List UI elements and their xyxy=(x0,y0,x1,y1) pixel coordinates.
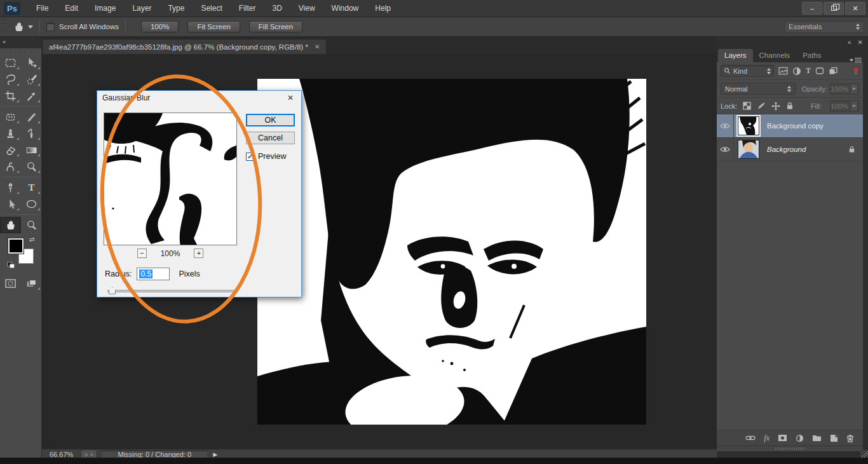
quick-mask-button[interactable] xyxy=(0,275,21,292)
delete-layer-icon[interactable] xyxy=(846,434,854,442)
scroll-all-windows-option[interactable]: Scroll All Windows xyxy=(46,23,119,31)
collapse-dock-icon[interactable]: « xyxy=(848,39,851,46)
type-tool[interactable]: T xyxy=(21,179,42,196)
dodge-tool[interactable] xyxy=(21,158,42,175)
panel-menu-icon[interactable] xyxy=(850,58,862,62)
move-tool[interactable] xyxy=(21,55,42,71)
menu-filter[interactable]: Filter xyxy=(231,0,264,17)
crop-tool[interactable] xyxy=(0,88,21,104)
tab-layers[interactable]: Layers xyxy=(718,49,753,62)
preview-option[interactable]: ✓ Preview xyxy=(246,152,286,161)
lock-position-icon[interactable] xyxy=(771,102,780,111)
spot-healing-brush-tool[interactable] xyxy=(0,109,21,125)
tab-channels[interactable]: Channels xyxy=(753,49,797,62)
gaussian-blur-dialog[interactable]: Gaussian Blur ✕ − 100% + Radius: 0.5 Pix… xyxy=(97,90,302,297)
zoom-tool[interactable] xyxy=(21,217,42,233)
layer-row-background-copy[interactable]: Background copy xyxy=(717,114,863,138)
ellipse-shape-tool[interactable] xyxy=(21,196,42,212)
menu-layer[interactable]: Layer xyxy=(124,0,159,17)
menu-help[interactable]: Help xyxy=(367,0,399,17)
status-expand-icon[interactable]: ▶ xyxy=(213,451,217,458)
close-button[interactable]: ✕ xyxy=(845,2,865,15)
window-resize-grip[interactable] xyxy=(860,450,868,458)
filter-pixel-layers-icon[interactable] xyxy=(778,67,788,75)
screen-mode-button[interactable] xyxy=(21,275,42,292)
workspace-switcher[interactable]: Essentials xyxy=(784,21,864,33)
document-tab[interactable]: af4ea2777b97ae293f0af98cb35128fa.jpg @ 6… xyxy=(42,39,327,54)
new-layer-icon[interactable] xyxy=(830,434,838,442)
tools-panel-grip[interactable] xyxy=(14,50,28,53)
eraser-tool[interactable] xyxy=(0,142,21,158)
slider-thumb[interactable] xyxy=(109,287,116,294)
menu-3d[interactable]: 3D xyxy=(264,0,290,17)
scroll-all-windows-checkbox[interactable] xyxy=(46,23,55,31)
clone-stamp-tool[interactable] xyxy=(0,125,21,142)
lock-transparency-icon[interactable] xyxy=(743,102,751,110)
menu-window[interactable]: Window xyxy=(323,0,367,17)
lasso-tool[interactable] xyxy=(0,71,21,88)
panel-resize-grip[interactable] xyxy=(717,446,863,451)
layer-style-icon[interactable]: fx xyxy=(764,433,770,443)
fit-screen-button[interactable]: Fit Screen xyxy=(187,21,240,32)
options-bar-grip[interactable] xyxy=(1,19,6,34)
lock-all-icon[interactable] xyxy=(786,102,794,110)
layer-mask-icon[interactable] xyxy=(778,434,787,442)
preview-zoom-in-button[interactable]: + xyxy=(194,249,203,258)
document-canvas[interactable] xyxy=(257,79,646,425)
preview-checkbox[interactable]: ✓ xyxy=(246,153,254,161)
adjustment-layer-icon[interactable] xyxy=(796,434,804,442)
eye-icon[interactable] xyxy=(720,146,730,153)
visibility-cell[interactable] xyxy=(717,114,734,137)
quick-selection-tool[interactable] xyxy=(21,71,42,88)
zoom-level-field[interactable]: 66.67% xyxy=(50,451,73,458)
preview-zoom-out-button[interactable]: − xyxy=(137,249,147,258)
filter-smart-objects-icon[interactable] xyxy=(829,67,837,75)
foreground-color-swatch[interactable] xyxy=(8,238,24,254)
radius-slider[interactable] xyxy=(107,287,237,295)
ok-button[interactable]: OK xyxy=(246,114,295,126)
restore-button[interactable] xyxy=(824,2,844,15)
path-selection-tool[interactable] xyxy=(0,196,21,212)
menu-image[interactable]: Image xyxy=(86,0,124,17)
layer-row-background[interactable]: Background xyxy=(717,138,863,161)
hand-tool-selected[interactable] xyxy=(0,217,21,233)
smudge-tool[interactable] xyxy=(0,158,21,175)
close-dock-icon[interactable]: ✕ xyxy=(858,39,863,46)
cancel-button[interactable]: Cancel xyxy=(246,132,295,144)
tab-paths[interactable]: Paths xyxy=(796,49,827,62)
close-tab-icon[interactable]: ✕ xyxy=(315,43,320,50)
collapse-panels-icon[interactable]: « xyxy=(3,39,5,45)
history-brush-tool[interactable] xyxy=(21,125,42,142)
blend-mode-dropdown[interactable]: Normal xyxy=(721,83,796,95)
fill-screen-button[interactable]: Fill Screen xyxy=(249,21,302,32)
rectangular-marquee-tool[interactable] xyxy=(0,55,21,71)
filter-type-layers-icon[interactable]: T xyxy=(806,66,811,76)
fill-dropdown[interactable]: 100% xyxy=(830,100,859,112)
dialog-title-bar[interactable]: Gaussian Blur ✕ xyxy=(97,91,301,105)
slider-track[interactable] xyxy=(107,290,237,292)
pen-tool[interactable] xyxy=(0,179,21,196)
filter-adjustment-layers-icon[interactable] xyxy=(792,67,801,76)
menu-file[interactable]: File xyxy=(28,0,57,17)
minimize-button[interactable]: – xyxy=(802,2,822,15)
layer-thumbnail[interactable] xyxy=(738,140,759,159)
swap-colors-icon[interactable]: ⇄ xyxy=(29,236,34,243)
eye-icon[interactable] xyxy=(720,122,730,130)
menu-view[interactable]: View xyxy=(290,0,323,17)
menu-edit[interactable]: Edit xyxy=(57,0,86,17)
brush-tool[interactable] xyxy=(21,109,42,125)
default-colors-icon[interactable] xyxy=(7,262,15,269)
layer-thumbnail[interactable] xyxy=(738,116,759,135)
link-layers-icon[interactable] xyxy=(745,435,756,441)
menu-select[interactable]: Select xyxy=(193,0,230,17)
filter-shape-layers-icon[interactable] xyxy=(815,67,824,75)
dialog-close-icon[interactable]: ✕ xyxy=(285,93,296,102)
radius-input[interactable]: 0.5 xyxy=(137,268,170,280)
current-tool-dropdown[interactable] xyxy=(12,20,33,33)
actual-pixels-button[interactable]: 100% xyxy=(141,21,179,32)
new-group-icon[interactable] xyxy=(812,434,822,442)
filter-kind-dropdown[interactable]: Kind xyxy=(721,65,774,77)
menu-type[interactable]: Type xyxy=(159,0,193,17)
lock-pixels-icon[interactable] xyxy=(757,102,766,110)
opacity-dropdown[interactable]: 100% xyxy=(830,83,859,95)
